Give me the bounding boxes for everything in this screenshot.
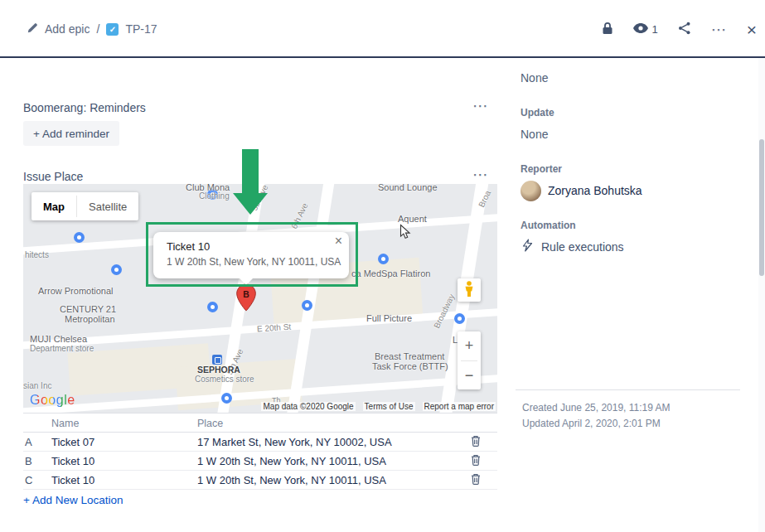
issue-view-page: Add epic / ✓ TP-17 1 ⋯ <box>0 0 765 532</box>
created-timestamp: Created June 25, 2019, 11:19 AM <box>522 402 671 414</box>
map-type-satellite-button[interactable]: Satellite <box>77 192 138 220</box>
issue-header: Add epic / ✓ TP-17 1 ⋯ <box>0 0 765 58</box>
map-type-control: Map Satellite <box>31 192 138 220</box>
zoom-control: + − <box>458 331 481 389</box>
poi-marker-icon <box>111 264 122 275</box>
google-map[interactable]: Club Mona Clothing 5th Ave 6th Ave Sound… <box>23 184 497 413</box>
pegman-icon <box>464 281 474 300</box>
highlight-rectangle <box>146 222 358 287</box>
name-column-header: Name <box>51 418 79 429</box>
row-place: 17 Market St, New York, NY 10002, USA <box>197 436 392 448</box>
reminders-section-title: Boomerang: Reminders <box>23 101 146 114</box>
table-row: C Ticket 10 1 W 20th St, New York, NY 10… <box>23 471 497 490</box>
poi-marker-icon <box>454 313 465 324</box>
zoom-in-button[interactable]: + <box>458 331 481 360</box>
eye-icon <box>633 23 648 36</box>
map-label: Arrow Promotional <box>38 286 113 296</box>
poi-marker-icon <box>221 393 232 404</box>
map-label: Breast Treatment <box>375 351 444 361</box>
row-name: Ticket 10 <box>51 474 94 486</box>
table-row: B Ticket 10 1 W 20th St, New York, NY 10… <box>23 452 497 471</box>
mouse-cursor-icon <box>399 224 411 244</box>
lock-icon <box>602 22 613 37</box>
street-view-pegman[interactable] <box>458 278 481 302</box>
add-reminder-button[interactable]: + Add reminder <box>23 121 119 146</box>
delete-location-button[interactable] <box>471 454 481 468</box>
map-label: Task Force (BTTF) <box>372 361 448 371</box>
marker-label: B <box>243 290 249 299</box>
table-row: A Ticket 07 17 Market St, New York, NY 1… <box>23 433 497 452</box>
delete-location-button[interactable] <box>471 435 481 449</box>
poi-marker-icon <box>302 300 312 311</box>
issue-key-link[interactable]: TP-17 <box>125 22 157 36</box>
breadcrumb: Add epic / ✓ TP-17 <box>27 22 157 36</box>
zoom-out-button[interactable]: − <box>458 361 481 390</box>
map-label: sian Inc <box>23 381 51 390</box>
report-map-error-link[interactable]: Report a map error <box>423 402 496 411</box>
lightning-bolt-icon <box>522 239 533 254</box>
delete-location-button[interactable] <box>471 473 481 487</box>
map-label: Sound Lounge <box>378 184 438 192</box>
arrow-stem <box>242 149 259 193</box>
row-letter: B <box>25 455 32 467</box>
map-label: Cosmetics store <box>195 375 254 384</box>
reporter-avatar[interactable] <box>520 181 541 201</box>
header-actions: 1 ⋯ × <box>602 18 758 40</box>
poi-marker-icon <box>74 232 85 243</box>
map-label: CENTURY 21 <box>60 304 116 314</box>
automation-field-label: Automation <box>520 220 576 231</box>
map-label: MUJI Chelsea <box>30 334 87 344</box>
close-button[interactable]: × <box>747 21 757 38</box>
update-field-value[interactable]: None <box>520 128 548 141</box>
terms-of-use-link[interactable]: Terms of Use <box>363 402 415 411</box>
share-icon <box>678 22 691 37</box>
task-type-icon: ✓ <box>106 23 119 36</box>
locations-table: Name Place A Ticket 07 17 Market St, New… <box>23 413 497 490</box>
google-logo[interactable]: Google <box>30 393 75 408</box>
restrict-button[interactable] <box>602 22 613 37</box>
issue-place-section-title: Issue Place <box>23 170 83 183</box>
row-letter: C <box>25 474 32 486</box>
scrollbar-thumb[interactable] <box>759 139 764 276</box>
updated-timestamp: Updated April 2, 2020, 2:01 PM <box>522 418 661 429</box>
map-label: Full Picture <box>366 313 412 323</box>
field-value-none[interactable]: None <box>520 71 548 85</box>
row-place: 1 W 20th St, New York, NY 10011, USA <box>197 474 386 486</box>
update-field-label: Update <box>520 107 554 118</box>
map-label: hitects <box>25 250 49 259</box>
row-letter: A <box>25 436 32 448</box>
place-column-header: Place <box>197 418 223 429</box>
map-type-map-button[interactable]: Map <box>31 192 76 220</box>
map-attribution: Map data ©2020 Google Terms of Use Repor… <box>261 402 496 411</box>
rule-executions-label: Rule executions <box>541 240 624 254</box>
row-place: 1 W 20th St, New York, NY 10011, USA <box>197 455 386 467</box>
annotation-arrow <box>233 149 268 215</box>
add-epic-button[interactable]: Add epic <box>45 22 90 36</box>
share-button[interactable] <box>678 22 691 37</box>
watch-count: 1 <box>652 23 658 36</box>
map-label: Aquent <box>398 214 427 224</box>
map-data-attribution: Map data ©2020 Google <box>261 402 355 411</box>
pencil-icon <box>27 22 38 36</box>
map-label: Department store <box>30 344 94 353</box>
watch-button[interactable]: 1 <box>633 23 658 36</box>
reminders-menu-button[interactable]: ⋯ <box>472 98 488 114</box>
transit-station-icon <box>212 355 222 365</box>
poi-marker-icon <box>378 254 389 264</box>
breadcrumb-separator: / <box>96 22 99 36</box>
rule-executions-link[interactable]: Rule executions <box>522 239 624 254</box>
poi-marker-icon <box>207 302 218 312</box>
reporter-field-label: Reporter <box>520 163 562 175</box>
more-actions-button[interactable]: ⋯ <box>711 22 727 37</box>
reporter-name: Zoryana Bohutska <box>548 184 642 197</box>
map-label: SEPHORA <box>197 365 240 375</box>
issue-place-menu-button[interactable]: ⋯ <box>472 167 488 182</box>
map-marker-b[interactable]: B <box>235 283 257 315</box>
map-label: ca MedSpa Flatiron <box>351 268 430 278</box>
map-label: E 20th St <box>257 322 292 334</box>
add-new-location-link[interactable]: + Add New Location <box>23 494 123 506</box>
row-name: Ticket 07 <box>51 436 94 448</box>
map-label: Clothing <box>199 191 230 201</box>
arrow-head <box>233 193 268 215</box>
row-name: Ticket 10 <box>51 455 94 467</box>
